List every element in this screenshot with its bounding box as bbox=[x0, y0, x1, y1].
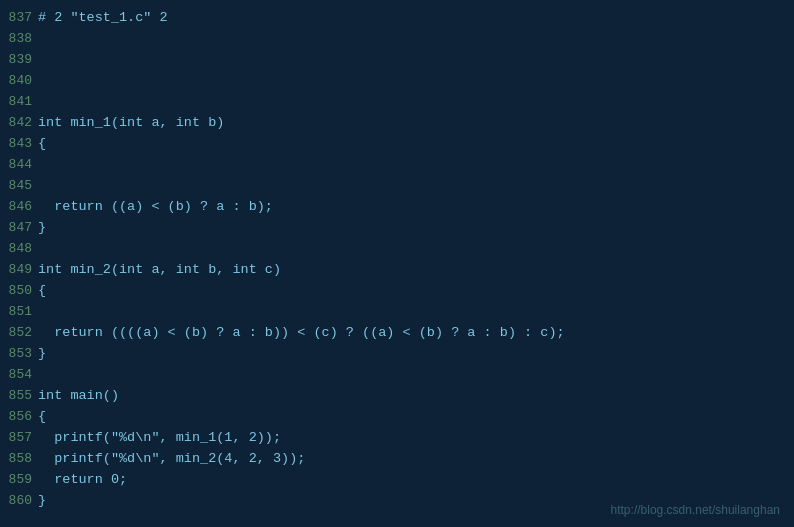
code-line: 857 printf("%d\n", min_1(1, 2)); bbox=[0, 428, 794, 449]
line-number: 857 bbox=[0, 428, 38, 448]
line-number: 851 bbox=[0, 302, 38, 322]
line-number: 844 bbox=[0, 155, 38, 175]
code-line: 859 return 0; bbox=[0, 470, 794, 491]
code-line: 841 bbox=[0, 92, 794, 113]
line-number: 846 bbox=[0, 197, 38, 217]
line-number: 845 bbox=[0, 176, 38, 196]
line-number: 848 bbox=[0, 239, 38, 259]
line-content: return 0; bbox=[38, 470, 127, 491]
line-content: } bbox=[38, 344, 46, 365]
line-number: 852 bbox=[0, 323, 38, 343]
line-number: 849 bbox=[0, 260, 38, 280]
line-number: 847 bbox=[0, 218, 38, 238]
line-content: int min_1(int a, int b) bbox=[38, 113, 224, 134]
code-line: 856{ bbox=[0, 407, 794, 428]
line-number: 859 bbox=[0, 470, 38, 490]
line-number: 841 bbox=[0, 92, 38, 112]
line-number: 855 bbox=[0, 386, 38, 406]
code-line: 843{ bbox=[0, 134, 794, 155]
line-content: return ((((a) < (b) ? a : b)) < (c) ? ((… bbox=[38, 323, 565, 344]
code-line: 851 bbox=[0, 302, 794, 323]
line-content: # 2 "test_1.c" 2 bbox=[38, 8, 168, 29]
line-number: 838 bbox=[0, 29, 38, 49]
code-line: 838 bbox=[0, 29, 794, 50]
line-number: 837 bbox=[0, 8, 38, 28]
code-line: 847} bbox=[0, 218, 794, 239]
line-number: 842 bbox=[0, 113, 38, 133]
code-line: 845 bbox=[0, 176, 794, 197]
code-line: 844 bbox=[0, 155, 794, 176]
code-line: 852 return ((((a) < (b) ? a : b)) < (c) … bbox=[0, 323, 794, 344]
line-content: { bbox=[38, 407, 46, 428]
code-line: 839 bbox=[0, 50, 794, 71]
code-line: 853} bbox=[0, 344, 794, 365]
watermark: http://blog.csdn.net/shuilanghan bbox=[611, 503, 780, 517]
line-number: 854 bbox=[0, 365, 38, 385]
code-line: 837# 2 "test_1.c" 2 bbox=[0, 8, 794, 29]
line-content: { bbox=[38, 281, 46, 302]
line-content: { bbox=[38, 134, 46, 155]
line-number: 858 bbox=[0, 449, 38, 469]
line-number: 839 bbox=[0, 50, 38, 70]
code-line: 842int min_1(int a, int b) bbox=[0, 113, 794, 134]
line-number: 840 bbox=[0, 71, 38, 91]
code-line: 858 printf("%d\n", min_2(4, 2, 3)); bbox=[0, 449, 794, 470]
line-content: int main() bbox=[38, 386, 119, 407]
code-line: 854 bbox=[0, 365, 794, 386]
line-content: printf("%d\n", min_1(1, 2)); bbox=[38, 428, 281, 449]
code-line: 848 bbox=[0, 239, 794, 260]
line-content: printf("%d\n", min_2(4, 2, 3)); bbox=[38, 449, 305, 470]
code-line: 840 bbox=[0, 71, 794, 92]
code-line: 846 return ((a) < (b) ? a : b); bbox=[0, 197, 794, 218]
line-content: return ((a) < (b) ? a : b); bbox=[38, 197, 273, 218]
code-line: 849int min_2(int a, int b, int c) bbox=[0, 260, 794, 281]
line-content: } bbox=[38, 491, 46, 512]
line-content: int min_2(int a, int b, int c) bbox=[38, 260, 281, 281]
code-line: 850{ bbox=[0, 281, 794, 302]
line-number: 853 bbox=[0, 344, 38, 364]
line-number: 850 bbox=[0, 281, 38, 301]
line-number: 860 bbox=[0, 491, 38, 511]
line-content: } bbox=[38, 218, 46, 239]
line-number: 856 bbox=[0, 407, 38, 427]
code-editor: 837# 2 "test_1.c" 2838839840841842int mi… bbox=[0, 0, 794, 527]
code-line: 855int main() bbox=[0, 386, 794, 407]
line-number: 843 bbox=[0, 134, 38, 154]
